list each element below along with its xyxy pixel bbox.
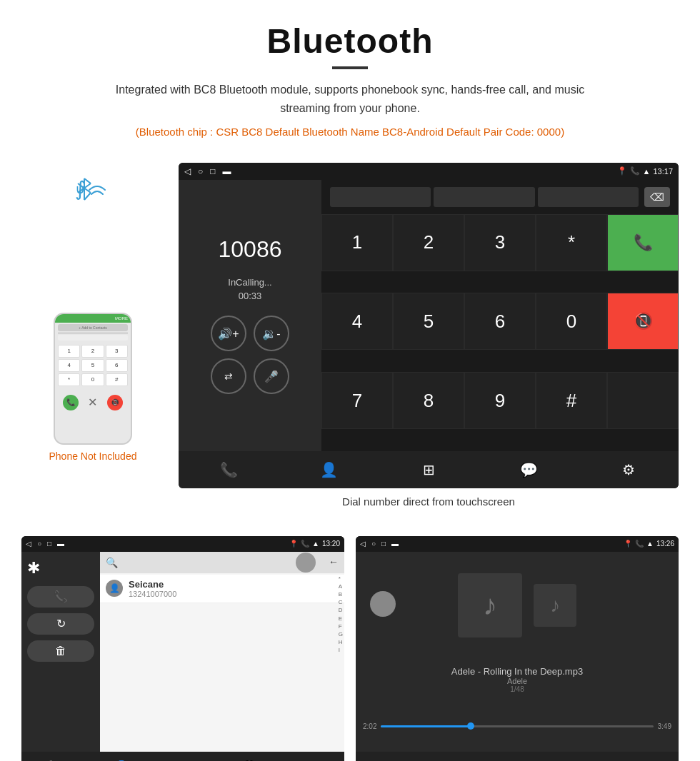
footer-keypad-icon[interactable]: ⊞	[414, 461, 443, 478]
phone-call-button[interactable]: 📞	[63, 395, 79, 410]
dial-display-number: 10086	[219, 236, 282, 263]
phone-key-4[interactable]: 4	[58, 359, 80, 372]
phonebook-screen: ◁ ○ □ ▬ 📍 📞 ▲ 13:20 ✱ 📞 ↻ 🗑	[21, 536, 344, 761]
key-3[interactable]: 3	[464, 214, 536, 271]
ms-artist: Adele	[451, 677, 583, 685]
volume-down-button[interactable]: 🔉-	[254, 316, 289, 351]
key-5[interactable]: 5	[393, 293, 464, 350]
clock: 13:17	[653, 167, 673, 176]
phonebook-item: ◁ ○ □ ▬ 📍 📞 ▲ 13:20 ✱ 📞 ↻ 🗑	[21, 536, 344, 761]
pb-recents-nav[interactable]: □	[47, 540, 51, 548]
dial-controls: 🔊+ 🔉- ⇄ 🎤	[211, 316, 289, 394]
ms-track-info: 1/48	[451, 685, 583, 693]
ms-call-status: 📞	[635, 540, 644, 548]
phone-key-3[interactable]: 3	[106, 345, 128, 358]
ms-progress-fill	[381, 725, 471, 727]
header-description: Integrated with BC8 Bluetooth module, su…	[100, 81, 600, 117]
footer-messages-icon[interactable]: 💬	[514, 461, 543, 478]
phone-cancel[interactable]: ✕	[88, 395, 97, 409]
backspace-button[interactable]: ⌫	[644, 187, 670, 207]
phone-divider	[58, 333, 128, 333]
back-icon[interactable]: ◁	[184, 166, 191, 176]
dial-input-row: ⌫	[321, 180, 679, 214]
pb-back-nav[interactable]: ◁	[26, 540, 31, 548]
pb-back-arrow[interactable]: ←	[329, 556, 339, 568]
phone-key-hash[interactable]: #	[106, 373, 128, 386]
ms-nav-icons: ◁ ○ □ ▬	[360, 540, 399, 548]
ms-progress-bar[interactable]	[381, 725, 653, 727]
pb-wifi: ▲	[312, 540, 319, 548]
pb-status-icons: 📍 📞 ▲ 13:20	[289, 540, 340, 548]
key-hash[interactable]: #	[536, 372, 607, 429]
phone-key-1[interactable]: 1	[58, 345, 80, 358]
key-8[interactable]: 8	[393, 372, 464, 429]
key-9[interactable]: 9	[464, 372, 536, 429]
phone-status-text: MORE	[115, 316, 128, 321]
phone-key-6[interactable]: 6	[106, 359, 128, 372]
call-accept-button[interactable]: 📞	[607, 214, 679, 271]
phone-key-star[interactable]: *	[58, 373, 80, 386]
keypad-grid: 1 2 3 * 📞 4 5 6 0 📵 7 8 9 #	[321, 214, 679, 451]
page-header: Bluetooth Integrated with BC8 Bluetooth …	[0, 0, 700, 163]
pb-call-action[interactable]: 📞	[27, 586, 94, 608]
pb-refresh-action[interactable]: ↻	[27, 613, 94, 635]
phone-end-button[interactable]: 📵	[107, 395, 123, 410]
ms-notif-nav: ▬	[391, 540, 399, 548]
ms-song-info: Adele - Rolling In the Deep.mp3 Adele 1/…	[451, 666, 583, 693]
ms-recents-nav[interactable]: □	[381, 540, 386, 548]
bluetooth-icon: ⨚	[75, 177, 86, 201]
key-0[interactable]: 0	[536, 293, 607, 350]
pb-time: 13:20	[322, 540, 340, 548]
pb-contact-row[interactable]: 👤 Seicane 13241007000	[100, 575, 344, 603]
ms-song-title: Adele - Rolling In the Deep.mp3	[451, 666, 583, 677]
ms-progress-row: 2:02 3:49	[363, 722, 671, 730]
home-icon[interactable]: ○	[198, 166, 203, 176]
pb-right-panel: 🔍 ← 👤 Seicane 13241007000 * A	[100, 552, 344, 752]
status-icons: 📍 📞 ▲ 13:17	[617, 166, 673, 176]
pb-delete-action[interactable]: 🗑	[27, 640, 94, 662]
call-end-button[interactable]: 📵	[607, 293, 679, 350]
ms-wifi: ▲	[646, 540, 654, 548]
ms-status-icons: 📍 📞 ▲ 13:26	[624, 540, 674, 548]
phone-section: ⨚	[21, 163, 164, 462]
footer-settings-icon[interactable]: ⚙	[614, 461, 643, 478]
ms-back-nav[interactable]: ◁	[360, 540, 366, 548]
phone-display	[58, 335, 128, 341]
phone-keypad: 1 2 3 4 5 6 * 0 #	[55, 342, 131, 389]
key-7[interactable]: 7	[321, 372, 393, 429]
recents-icon[interactable]: □	[210, 166, 215, 176]
title-divider	[332, 66, 368, 69]
phone-key-2[interactable]: 2	[81, 345, 104, 358]
svg-line-4	[84, 193, 91, 200]
phone-bottom-bar: 📞 ✕ 📵	[55, 392, 131, 413]
wifi-icon: ▲	[643, 167, 651, 176]
key-empty	[607, 372, 679, 429]
key-1[interactable]: 1	[321, 214, 393, 271]
bottom-row: ◁ ○ □ ▬ 📍 📞 ▲ 13:20 ✱ 📞 ↻ 🗑	[0, 536, 700, 761]
phone-key-5[interactable]: 5	[81, 359, 104, 372]
transfer-button[interactable]: ⇄	[211, 358, 246, 394]
dial-body: 10086 InCalling... 00:33 🔊+ 🔉- ⇄ 🎤	[179, 180, 679, 451]
volume-up-button[interactable]: 🔊+	[211, 316, 246, 351]
footer-calls-icon[interactable]: 📞	[214, 461, 243, 478]
ms-home-nav[interactable]: ○	[371, 540, 376, 548]
pb-contact-number: 13241007000	[129, 590, 176, 598]
phone-body: MORE + Add to Contacts 1 2 3 4 5 6 * 0 #…	[54, 313, 132, 445]
ms-time-total: 3:49	[658, 722, 671, 730]
ms-album-row: ♪ ♪	[458, 573, 576, 637]
dial-timer: 00:33	[239, 291, 262, 301]
footer-contacts-icon[interactable]: 👤	[314, 461, 343, 478]
phone-key-0[interactable]: 0	[81, 373, 104, 386]
phone-mockup: ⨚	[54, 177, 132, 313]
ms-body: ♪ ♪ Adele - Rolling In the Deep.mp3 Adel…	[356, 552, 679, 752]
pb-location: 📍	[289, 540, 298, 548]
ms-album-art-main: ♪	[458, 573, 522, 637]
pb-home-nav[interactable]: ○	[37, 540, 41, 548]
key-4[interactable]: 4	[321, 293, 393, 350]
ms-shuffle-circle	[370, 591, 396, 617]
key-star[interactable]: *	[536, 214, 607, 271]
mute-button[interactable]: 🎤	[254, 358, 289, 394]
key-6[interactable]: 6	[464, 293, 536, 350]
header-spec: (Bluetooth chip : CSR BC8 Default Blueto…	[14, 123, 686, 141]
key-2[interactable]: 2	[393, 214, 464, 271]
